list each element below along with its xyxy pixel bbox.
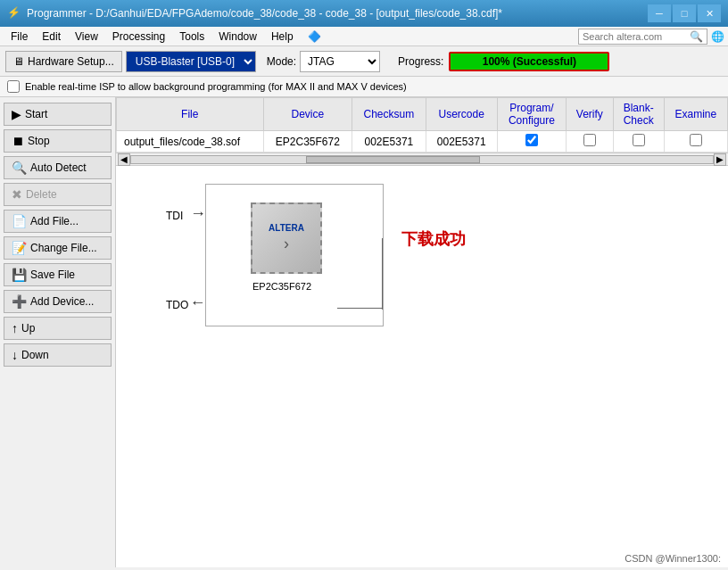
mode-select[interactable]: JTAG bbox=[300, 51, 380, 72]
delete-label: Delete bbox=[26, 188, 57, 201]
globe-icon: 🌐 bbox=[711, 30, 724, 43]
down-icon: ↓ bbox=[12, 348, 18, 362]
menu-edit[interactable]: Edit bbox=[35, 29, 68, 45]
add-file-label: Add File... bbox=[30, 215, 79, 227]
isp-label: Enable real-time ISP to allow background… bbox=[25, 81, 407, 92]
save-file-icon: 💾 bbox=[12, 268, 27, 282]
left-panel: ▶ Start ⏹ Stop 🔍 Auto Detect ✖ Delete 📄 … bbox=[0, 97, 116, 567]
verify-checkbox[interactable] bbox=[583, 134, 596, 146]
cell-usercode: 002E5371 bbox=[426, 131, 497, 153]
auto-detect-button[interactable]: 🔍 Auto Detect bbox=[4, 156, 112, 179]
cell-checksum: 002E5371 bbox=[352, 131, 426, 153]
stop-icon: ⏹ bbox=[12, 134, 24, 148]
menu-help[interactable]: Help bbox=[264, 29, 301, 45]
isp-row: Enable real-time ISP to allow background… bbox=[0, 77, 728, 97]
mode-label: Mode: bbox=[267, 55, 296, 68]
start-button[interactable]: ▶ Start bbox=[4, 103, 112, 126]
scroll-left-button[interactable]: ◀ bbox=[118, 153, 130, 166]
save-file-button[interactable]: 💾 Save File bbox=[4, 263, 112, 286]
menu-window[interactable]: Window bbox=[211, 29, 264, 45]
delete-button[interactable]: ✖ Delete bbox=[4, 183, 112, 206]
stop-label: Stop bbox=[28, 135, 50, 147]
delete-icon: ✖ bbox=[12, 187, 22, 202]
col-examine: Examine bbox=[664, 98, 727, 131]
down-label: Down bbox=[21, 349, 49, 361]
maximize-button[interactable]: □ bbox=[673, 4, 696, 22]
examine-checkbox[interactable] bbox=[690, 134, 702, 146]
main-area: ▶ Start ⏹ Stop 🔍 Auto Detect ✖ Delete 📄 … bbox=[0, 97, 728, 567]
save-file-label: Save File bbox=[30, 268, 75, 281]
add-device-label: Add Device... bbox=[30, 295, 94, 308]
program-checkbox[interactable] bbox=[525, 134, 538, 146]
minimize-button[interactable]: ─ bbox=[648, 4, 671, 22]
cell-blank-check bbox=[613, 131, 664, 153]
col-file: File bbox=[117, 98, 264, 131]
col-device: Device bbox=[263, 98, 352, 131]
search-box: 🔍 bbox=[578, 29, 707, 45]
watermark: CSDN @Winner1300: bbox=[625, 553, 721, 564]
col-usercode: Usercode bbox=[426, 98, 497, 131]
menu-view[interactable]: View bbox=[68, 29, 105, 45]
tdo-arrow: → bbox=[190, 293, 206, 312]
up-label: Up bbox=[21, 322, 35, 335]
search-input[interactable] bbox=[583, 31, 690, 42]
blank-check-checkbox[interactable] bbox=[633, 134, 645, 146]
h-scrollbar-thumb[interactable] bbox=[306, 156, 481, 163]
chip-logo: ALTERA bbox=[269, 223, 304, 233]
chip-name: EP2C35F672 bbox=[252, 281, 311, 292]
progress-label: Progress: bbox=[398, 55, 443, 68]
col-blank-check: Blank-Check bbox=[613, 98, 664, 131]
progress-area: Progress: 100% (Successful) bbox=[398, 52, 609, 71]
cell-examine bbox=[664, 131, 727, 153]
change-file-button[interactable]: 📝 Change File... bbox=[4, 236, 112, 260]
start-label: Start bbox=[25, 108, 47, 120]
chip-chevron-icon: › bbox=[284, 235, 289, 253]
up-button[interactable]: ↑ Up bbox=[4, 317, 112, 340]
menu-bar: File Edit View Processing Tools Window H… bbox=[0, 27, 728, 46]
chip: ALTERA › bbox=[251, 202, 322, 274]
col-verify: Verify bbox=[567, 98, 614, 131]
auto-detect-icon: 🔍 bbox=[12, 161, 27, 175]
tdi-arrow: → bbox=[190, 204, 206, 223]
chain-box: TDI → ALTERA › EP2C35F672 TDO → bbox=[205, 184, 384, 326]
add-device-icon: ➕ bbox=[12, 294, 27, 309]
table-area: File Device Checksum Usercode Program/Co… bbox=[116, 97, 728, 153]
col-program: Program/Configure bbox=[497, 98, 566, 131]
search-icon: 🔍 bbox=[690, 30, 703, 43]
hardware-setup-button[interactable]: 🖥 Hardware Setup... bbox=[5, 51, 122, 72]
title-text: Programmer - D:/Ganhui/EDA/FPGAdemo/code… bbox=[27, 7, 648, 20]
hw-setup-label: Hardware Setup... bbox=[28, 55, 114, 68]
cell-file: output_files/code_38.sof bbox=[117, 131, 264, 153]
cell-program bbox=[497, 131, 566, 153]
stop-button[interactable]: ⏹ Stop bbox=[4, 129, 112, 153]
menu-tools[interactable]: Tools bbox=[172, 29, 211, 45]
title-bar: ⚡ Programmer - D:/Ganhui/EDA/FPGAdemo/co… bbox=[0, 0, 728, 27]
cell-device: EP2C35F672 bbox=[263, 131, 352, 153]
isp-checkbox[interactable] bbox=[7, 80, 20, 93]
h-scrollbar[interactable] bbox=[130, 155, 714, 164]
add-file-button[interactable]: 📄 Add File... bbox=[4, 210, 112, 233]
change-file-label: Change File... bbox=[30, 242, 97, 254]
progress-bar: 100% (Successful) bbox=[449, 52, 609, 71]
device-select[interactable]: USB-Blaster [USB-0] bbox=[126, 51, 256, 72]
change-file-icon: 📝 bbox=[12, 241, 27, 255]
start-icon: ▶ bbox=[12, 107, 21, 121]
programmer-table: File Device Checksum Usercode Program/Co… bbox=[116, 97, 728, 153]
close-button[interactable]: ✕ bbox=[698, 4, 721, 22]
menu-processing[interactable]: Processing bbox=[105, 29, 172, 45]
table-row: output_files/code_38.sof EP2C35F672 002E… bbox=[117, 131, 728, 153]
right-area: File Device Checksum Usercode Program/Co… bbox=[116, 97, 728, 567]
tdi-label: TDI bbox=[166, 210, 183, 222]
success-text: 下载成功 bbox=[401, 228, 466, 250]
auto-detect-label: Auto Detect bbox=[30, 161, 87, 174]
progress-text: 100% (Successful) bbox=[483, 55, 576, 68]
add-file-icon: 📄 bbox=[12, 214, 27, 228]
tdo-label: TDO bbox=[166, 299, 188, 311]
cell-verify bbox=[567, 131, 614, 153]
down-button[interactable]: ↓ Down bbox=[4, 343, 112, 367]
scroll-right-button[interactable]: ▶ bbox=[714, 153, 726, 166]
menu-altera-icon: 🔷 bbox=[301, 29, 328, 45]
add-device-button[interactable]: ➕ Add Device... bbox=[4, 290, 112, 313]
menu-file[interactable]: File bbox=[4, 29, 35, 45]
col-checksum: Checksum bbox=[352, 98, 426, 131]
